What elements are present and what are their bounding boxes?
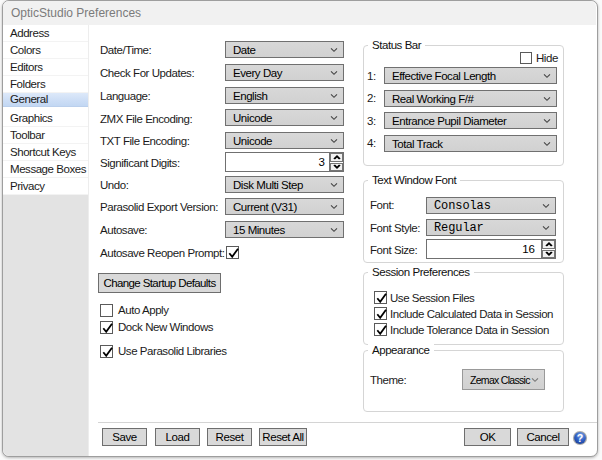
svg-text:?: ?	[577, 432, 583, 444]
